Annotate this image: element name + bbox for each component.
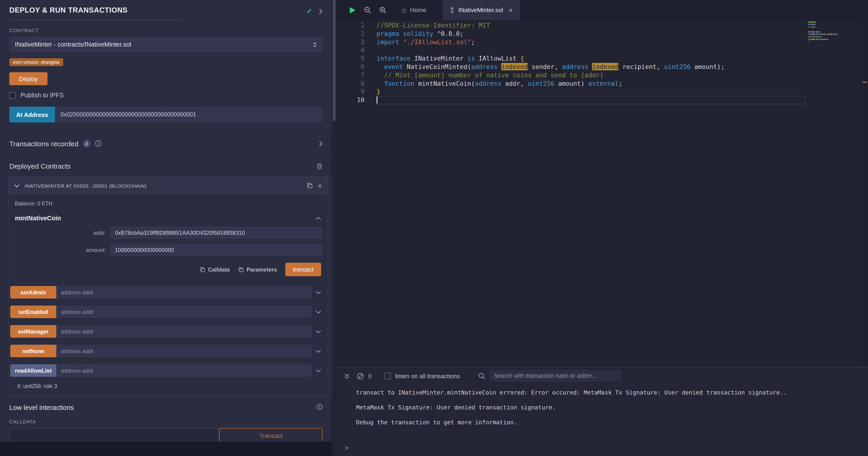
home-icon: ⌂ [402,6,406,14]
expanded-function-name: mintNativeCoin [15,215,61,222]
contract-select[interactable]: INativeMinter - contracts/INativeMinter.… [9,37,322,52]
code-line-text [376,46,806,55]
info-icon[interactable] [316,404,322,410]
code-line: 6 event NativeCoinMinted(address indexed… [337,63,806,71]
chevron-down-icon[interactable] [312,349,325,353]
terminal-prompt[interactable]: > [345,444,349,451]
calldata-input[interactable] [9,428,218,443]
low-level-title: Low level interactions [9,404,74,411]
clear-console-icon[interactable] [357,372,364,379]
listen-transactions-checkbox[interactable] [384,373,391,379]
close-icon[interactable]: × [318,182,322,189]
setManager-button[interactable]: setManager [10,325,56,338]
deploy-run-panel: DEPLOY & RUN TRANSACTIONS ✓ CONTRACT INa… [0,0,332,456]
code-line: 5interface INativeMinter is IAllowList { [337,55,806,63]
zoom-in-button[interactable] [379,6,387,14]
editor-tabbar: ⌂ Home INativeMinter.sol × [337,0,868,20]
code-area: 1//SPDX-License-Identifier: MIT2pragma s… [337,20,868,367]
code-line: 3import "./IAllowList.sol"; [337,38,806,46]
code-line-text: // Mint [amount] number of native coins … [376,71,806,80]
trash-icon[interactable] [316,163,322,169]
publish-ipfs-checkbox[interactable] [9,92,16,98]
terminal-search-input[interactable] [489,370,621,382]
line-number: 8 [337,79,365,88]
chevron-right-icon[interactable] [319,140,322,146]
tab-inativeminter[interactable]: INativeMinter.sol × [443,0,520,20]
run-script-button[interactable] [349,6,356,14]
tab-file-label: INativeMinter.sol [459,6,503,13]
chevron-down-icon[interactable] [312,310,325,314]
remix-ide: DEPLOY & RUN TRANSACTIONS ✓ CONTRACT INa… [0,0,868,456]
code-editor[interactable]: 1//SPDX-License-Identifier: MIT2pragma s… [337,22,806,104]
panel-scrollbar-thumb[interactable] [333,0,336,121]
line-number: 9 [337,88,365,96]
deployed-contract-title: INATIVEMINTER AT 0X020...00001 (BLOCKCHA… [25,183,302,189]
collapse-terminal-icon[interactable] [344,373,350,379]
check-icon: ✓ [307,7,312,16]
calldata-copy-button[interactable]: Calldata [200,266,230,273]
chevron-down-icon[interactable] [14,184,20,188]
setNone-button[interactable]: setNone [10,345,56,357]
deploy-button[interactable]: Deploy [9,72,48,85]
setAdmin-arg-input[interactable] [56,286,312,298]
editor-scrollbar[interactable] [862,20,868,367]
code-line-text: pragma solidity ^0.8.0; [376,30,806,38]
at-address-button[interactable]: At Address [9,107,55,122]
chevron-down-icon[interactable] [312,369,325,372]
transactions-recorded-label: Transactions recorded [9,140,79,147]
line-number: 2 [337,30,365,38]
line-number: 6 [337,63,365,71]
function-list: setAdminsetEnabledsetManagersetNonereadA… [8,286,328,377]
copy-icon[interactable] [307,182,313,189]
deployed-contract-header-bar[interactable]: INATIVEMINTER AT 0X020...00001 (BLOCKCHA… [8,177,328,194]
setManager-arg-input[interactable] [56,325,312,338]
calldata-copy-label: Calldata [208,266,230,273]
function-row: setNone [10,345,325,357]
chevron-down-icon[interactable] [312,330,325,333]
code-line-text: } [376,88,806,96]
parameters-copy-button[interactable]: Parameters [238,266,277,273]
readAllowList-arg-input[interactable] [56,364,312,377]
close-icon[interactable]: × [509,6,513,14]
function-row: setAdmin [10,286,325,298]
code-line: 1//SPDX-License-Identifier: MIT [337,22,806,30]
at-address-row: At Address [9,107,322,122]
magnifier-minus-icon [364,6,371,14]
code-line-text: interface INativeMinter is IAllowList { [376,55,806,63]
code-line-text: function mintNativeCoin(address addr, ui… [376,79,806,88]
minimap[interactable] [807,21,853,46]
transactions-recorded-row[interactable]: Transactions recorded 2 [0,132,332,154]
addr-field-input[interactable] [110,226,322,239]
chevron-up-icon[interactable] [315,216,321,220]
at-address-input[interactable] [55,107,322,122]
zoom-out-button[interactable] [364,6,371,14]
deployed-contract-card: INATIVEMINTER AT 0X020...00001 (BLOCKCHA… [8,176,328,396]
scrollbar-annotation [862,82,867,83]
setNone-arg-input[interactable] [56,345,312,357]
low-level-transact-button[interactable]: Transact [219,428,322,443]
readAllowList-button[interactable]: readAllowList [10,364,56,377]
publish-ipfs-row[interactable]: Publish to IPFS [9,92,322,99]
chevron-right-icon[interactable] [319,8,322,14]
evm-version-badge: evm version: shanghai [9,58,63,66]
search-icon [478,372,486,379]
code-line: 9} [337,88,806,96]
chevron-down-icon[interactable] [312,290,325,294]
amount-field-input[interactable] [110,244,322,256]
contract-label: CONTRACT [9,27,322,33]
setEnabled-arg-input[interactable] [56,306,312,318]
code-line-text [376,96,806,104]
info-icon[interactable] [95,140,101,147]
deployed-contracts-title: Deployed Contracts [9,162,70,170]
code-line: 8 function mintNativeCoin(address addr, … [337,79,806,88]
transact-button[interactable]: transact [285,263,321,276]
setEnabled-button[interactable]: setEnabled [10,306,56,318]
line-number: 3 [337,38,365,46]
setAdmin-button[interactable]: setAdmin [10,286,56,298]
panel-scrollbar[interactable] [332,0,337,456]
line-number: 7 [337,71,365,80]
tab-home[interactable]: ⌂ Home [395,0,433,20]
addr-field-row: addr: [8,226,328,239]
code-line-text: event NativeCoinMinted(address indexed s… [376,63,806,71]
panel-title: DEPLOY & RUN TRANSACTIONS [9,6,182,20]
